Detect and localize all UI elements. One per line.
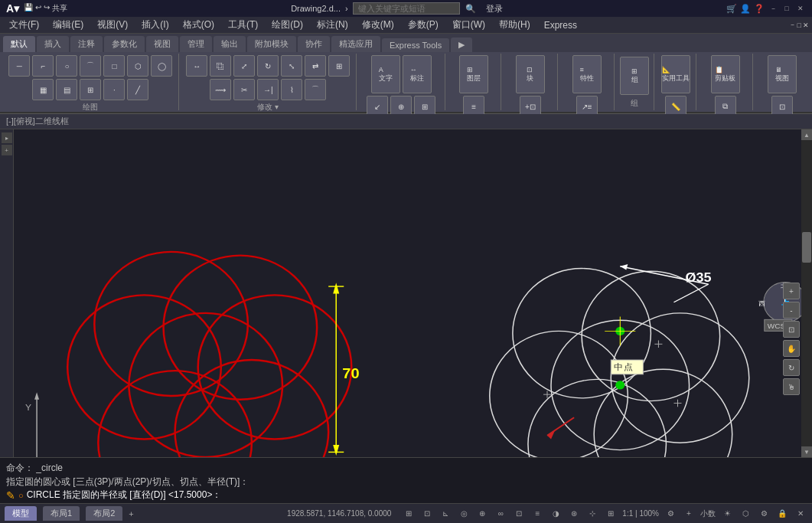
clean-button[interactable]: ✕ bbox=[794, 507, 807, 521]
array-tool[interactable]: ⊞ bbox=[328, 55, 350, 77]
login-button[interactable]: 登录 bbox=[486, 4, 503, 13]
tab-parametric[interactable]: 参数化 bbox=[104, 36, 145, 52]
menu-tools[interactable]: 工具(T) bbox=[222, 17, 264, 33]
line-tool[interactable]: ─ bbox=[8, 55, 30, 77]
tab-manage[interactable]: 管理 bbox=[180, 36, 212, 52]
search-icon[interactable]: 🔍 bbox=[465, 4, 476, 13]
object-snap-button[interactable]: ⊕ bbox=[475, 507, 489, 521]
tab-express-tools[interactable]: Express Tools bbox=[382, 38, 449, 52]
dynamic-ucs-button[interactable]: ⊞ bbox=[604, 507, 618, 521]
lineweight-button[interactable]: ≡ bbox=[530, 507, 544, 521]
mirror-tool[interactable]: ⇄ bbox=[305, 55, 326, 77]
menu-insert[interactable]: 插入(I) bbox=[135, 17, 174, 33]
scroll-down-button[interactable]: ▼ bbox=[801, 446, 812, 457]
tab-layout1[interactable]: 布局1 bbox=[43, 506, 80, 521]
ortho-button[interactable]: ⊾ bbox=[439, 507, 452, 521]
extend-tool[interactable]: →| bbox=[257, 79, 279, 100]
insert-block-tool[interactable]: ⊡块 bbox=[516, 55, 545, 93]
canvas-area[interactable]: Y X bbox=[14, 129, 812, 457]
tab-more[interactable]: ▶ bbox=[451, 38, 472, 52]
tab-view[interactable]: 视图 bbox=[146, 36, 178, 52]
tab-output[interactable]: 输出 bbox=[214, 36, 246, 52]
paste-tool[interactable]: 📋剪贴板 bbox=[711, 55, 740, 93]
rect-tool[interactable]: □ bbox=[103, 55, 125, 77]
pan-button[interactable]: ✋ bbox=[783, 340, 800, 357]
ribbon-minimize[interactable]: － bbox=[789, 20, 796, 30]
arc-tool[interactable]: ⌒ bbox=[80, 55, 101, 77]
group-tool[interactable]: ⊞组 bbox=[620, 57, 649, 95]
minimize-button[interactable]: － bbox=[768, 3, 778, 14]
tab-model[interactable]: 模型 bbox=[5, 506, 37, 521]
restore-button[interactable]: □ bbox=[781, 3, 792, 14]
circle-tool[interactable]: ○ bbox=[56, 55, 77, 77]
3d-snap-button[interactable]: ⊹ bbox=[585, 507, 599, 521]
construct-tool[interactable]: ╱ bbox=[127, 79, 148, 100]
menu-edit[interactable]: 编辑(E) bbox=[47, 17, 90, 33]
tab-annotation[interactable]: 注释 bbox=[70, 36, 103, 52]
object-track-button[interactable]: ∞ bbox=[494, 507, 507, 521]
add-layout-button[interactable]: + bbox=[129, 509, 133, 518]
transparency-button[interactable]: ◑ bbox=[549, 507, 563, 521]
scroll-up-button[interactable]: ▲ bbox=[801, 129, 812, 140]
ribbon-close[interactable]: ✕ bbox=[803, 21, 809, 29]
selection-cycle-button[interactable]: ⊛ bbox=[567, 507, 581, 521]
cart-icon[interactable]: 🛒 bbox=[726, 4, 737, 14]
properties-tool[interactable]: ≡特性 bbox=[572, 55, 602, 93]
polyline-tool[interactable]: ⌐ bbox=[32, 55, 54, 77]
nav-wheel-button[interactable]: 🖱 bbox=[783, 378, 800, 395]
trim-tool[interactable]: ✂ bbox=[233, 79, 255, 100]
tab-default[interactable]: 默认 bbox=[3, 36, 35, 52]
close-button[interactable]: ✕ bbox=[795, 3, 806, 14]
tab-addon[interactable]: 附加模块 bbox=[247, 36, 296, 52]
snap-button[interactable]: ⊡ bbox=[420, 507, 434, 521]
zoom-in-button[interactable]: + bbox=[783, 283, 800, 299]
menu-help[interactable]: 帮助(H) bbox=[493, 17, 536, 33]
hatch-tool[interactable]: ▦ bbox=[32, 79, 54, 100]
save-icon[interactable]: 💾 bbox=[24, 3, 33, 14]
zoom-out-button[interactable]: - bbox=[783, 302, 800, 319]
redo-icon[interactable]: ↪ bbox=[44, 3, 50, 14]
left-tool-2[interactable]: + bbox=[2, 145, 12, 155]
scale-display[interactable]: 1:1 | 100% bbox=[622, 509, 659, 518]
isolate-button[interactable]: ☀ bbox=[720, 507, 734, 521]
dynamic-input-button[interactable]: ⊡ bbox=[512, 507, 526, 521]
copy-tool[interactable]: ⿻ bbox=[210, 55, 231, 77]
menu-file[interactable]: 文件(F) bbox=[3, 17, 45, 33]
menu-format[interactable]: 格式(O) bbox=[177, 17, 220, 33]
tab-featured[interactable]: 精选应用 bbox=[331, 36, 380, 52]
menu-express[interactable]: Express bbox=[538, 18, 583, 32]
menu-window[interactable]: 窗口(W) bbox=[446, 17, 491, 33]
scrollbar-right[interactable]: ▲ ▼ bbox=[801, 129, 812, 457]
settings-button[interactable]: ⚙ bbox=[664, 507, 677, 521]
menu-modify[interactable]: 修改(M) bbox=[356, 17, 400, 33]
tab-insert[interactable]: 插入 bbox=[37, 36, 69, 52]
view-tool[interactable]: 🖥视图 bbox=[768, 55, 797, 93]
grid-button[interactable]: ⊞ bbox=[402, 507, 416, 521]
polygon-tool[interactable]: ⬡ bbox=[127, 55, 148, 77]
help-icon[interactable]: ❓ bbox=[754, 4, 765, 14]
tab-layout2[interactable]: 布局2 bbox=[86, 506, 122, 521]
menu-draw[interactable]: 绘图(D) bbox=[266, 17, 309, 33]
scroll-thumb[interactable] bbox=[802, 232, 811, 263]
undo-icon[interactable]: ↩ bbox=[35, 3, 41, 14]
menu-dimension[interactable]: 标注(N) bbox=[311, 17, 354, 33]
move-tool[interactable]: ↔ bbox=[186, 55, 207, 77]
ribbon-restore[interactable]: □ bbox=[797, 21, 801, 29]
tab-collab[interactable]: 协作 bbox=[298, 36, 330, 52]
plus-button[interactable]: + bbox=[682, 507, 696, 521]
orbit-button[interactable]: ↻ bbox=[783, 359, 800, 376]
polar-button[interactable]: ◎ bbox=[457, 507, 471, 521]
stretch-tool[interactable]: ⤢ bbox=[233, 55, 255, 77]
scroll-track[interactable] bbox=[801, 140, 812, 446]
fillet-tool[interactable]: ⌒ bbox=[305, 79, 326, 100]
lock-button[interactable]: 🔒 bbox=[775, 507, 789, 521]
ellipse-tool[interactable]: ◯ bbox=[151, 55, 172, 77]
table-tool[interactable]: ⊞ bbox=[80, 79, 101, 100]
text-tool[interactable]: A文字 bbox=[371, 55, 400, 93]
search-input[interactable] bbox=[353, 2, 460, 15]
point-tool[interactable]: · bbox=[103, 79, 125, 100]
user-icon[interactable]: 👤 bbox=[740, 4, 751, 14]
dimension-tool[interactable]: ↔标注 bbox=[403, 55, 432, 93]
gradient-tool[interactable]: ▤ bbox=[56, 79, 77, 100]
menu-view[interactable]: 视图(V) bbox=[91, 17, 134, 33]
